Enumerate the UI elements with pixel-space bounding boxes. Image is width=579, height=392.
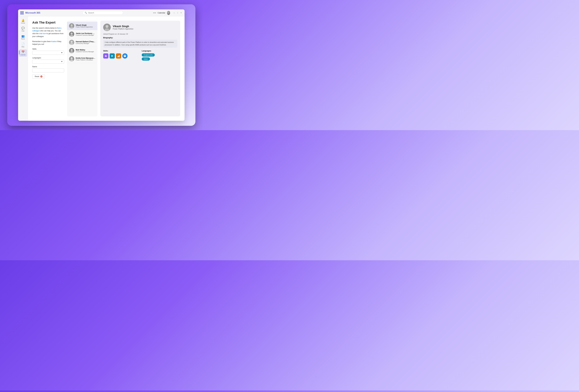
person-item[interactable]: Emilie Kvist Bjergvang (S... Power Platf… bbox=[67, 55, 97, 63]
power-bi-icon bbox=[117, 55, 120, 57]
app-title: Microsoft 365 bbox=[25, 11, 40, 14]
files-icon: 📄 bbox=[21, 43, 25, 46]
sidebar-item-files[interactable]: 📄 Files bbox=[19, 41, 27, 49]
avatar-svg-ek bbox=[69, 56, 74, 61]
person-item[interactable]: Jamie Lee Dunleavy Sam... Customer Succe… bbox=[67, 30, 97, 38]
svg-point-13 bbox=[71, 57, 73, 59]
activity-icon: 🔔 bbox=[21, 19, 25, 22]
sidebar-item-chat[interactable]: 💬 Chat bbox=[19, 25, 27, 33]
desc-text-1: Use the search criteria below to bbox=[32, 27, 57, 29]
svg-point-16 bbox=[106, 25, 108, 28]
person-info-jl: Jamie Lee Dunleavy Sam... Customer Succe… bbox=[76, 32, 95, 36]
title-bar-center: 🔍 bbox=[52, 11, 153, 15]
skills-languages: Skills: bbox=[103, 50, 177, 61]
avatar-image bbox=[167, 11, 170, 15]
waffle-dot bbox=[22, 14, 22, 14]
waffle-dot bbox=[23, 11, 24, 12]
profile-role: Power Platform Apprentice bbox=[113, 28, 133, 30]
svg-point-4 bbox=[71, 33, 73, 35]
kudos-text-1: Remember to give them bbox=[32, 41, 51, 43]
power-apps-icon bbox=[104, 55, 107, 57]
power-automate-icon bbox=[111, 55, 114, 57]
svg-rect-19 bbox=[118, 56, 118, 57]
person-info-ek: Emilie Kvist Bjergvang (S... Power Platf… bbox=[76, 57, 95, 61]
window-controls: — □ ✕ bbox=[173, 12, 182, 14]
person-item[interactable]: Hannah Ballard (They/T... Community Mana… bbox=[67, 38, 97, 47]
dot bbox=[153, 13, 154, 13]
close-button[interactable]: ✕ bbox=[180, 12, 182, 14]
dots-menu[interactable] bbox=[153, 13, 156, 13]
person-info-hb: Hannah Ballard (They/T... Community Mana… bbox=[76, 41, 95, 44]
chat-icon-link[interactable]: chat icon bbox=[39, 33, 46, 35]
sidebar-label-calendar: Calendar bbox=[20, 54, 26, 56]
person-name-mw: Matt Walley bbox=[76, 49, 95, 51]
skill-badge-azure bbox=[122, 53, 128, 58]
name-input[interactable] bbox=[32, 68, 64, 72]
chat-icon: 💬 bbox=[21, 27, 25, 30]
dot bbox=[155, 13, 156, 13]
language-badges: English (UK) Italian bbox=[142, 53, 177, 61]
avatar-svg-hb bbox=[69, 40, 74, 45]
language-badge-english[interactable]: English (UK) bbox=[142, 53, 155, 56]
avatar-svg-vs bbox=[69, 23, 74, 28]
waffle-dot bbox=[23, 12, 24, 13]
person-name-vs: Vikash Singh bbox=[76, 24, 95, 26]
joined-date: Joined Program on: 16 January '24 bbox=[103, 33, 177, 35]
reset-icon: ✕ bbox=[40, 75, 42, 77]
profile-header: Vikash Singh Power Platform Apprentice bbox=[103, 24, 177, 31]
sidebar-item-calendar[interactable]: 📅 Calendar bbox=[19, 49, 27, 57]
kudos-link[interactable]: Kudos bbox=[51, 41, 56, 43]
person-avatar-hb bbox=[69, 40, 74, 45]
sidebar-label-teams: Teams bbox=[21, 38, 25, 40]
skills-form-group: Skills: bbox=[32, 48, 64, 55]
languages-select[interactable] bbox=[32, 59, 64, 64]
sidebar-label-files: Files bbox=[22, 46, 24, 48]
minimize-button[interactable]: — bbox=[173, 12, 175, 14]
skills-select[interactable] bbox=[32, 51, 64, 55]
person-role-jl: Customer Success Manager bbox=[76, 34, 95, 36]
dot bbox=[154, 13, 155, 13]
sidebar-item-activity[interactable]: 🔔 Activity bbox=[19, 17, 27, 25]
device-frame: Microsoft 365 🔍 Calendar bbox=[7, 4, 195, 126]
person-item[interactable]: Vikash Singh Power Platform Apprentice bbox=[67, 22, 97, 30]
waffle-dot bbox=[20, 11, 21, 12]
people-list-panel: Vikash Singh Power Platform Apprentice bbox=[67, 21, 97, 116]
profile-name-info: Vikash Singh Power Platform Apprentice bbox=[113, 25, 133, 30]
form-panel: Ask The Expert Use the search criteria b… bbox=[32, 21, 64, 116]
skill-badges bbox=[103, 53, 139, 58]
title-bar: Microsoft 365 🔍 Calendar bbox=[18, 9, 185, 16]
profile-name: Vikash Singh bbox=[113, 25, 133, 28]
person-info-mw: Matt Walley Customer Success Manager bbox=[76, 49, 95, 53]
skills-section: Skills: bbox=[103, 50, 139, 61]
waffle-dot bbox=[20, 14, 21, 14]
title-bar-right: Calendar — □ ✕ bbox=[153, 11, 182, 15]
user-avatar[interactable] bbox=[167, 11, 170, 15]
waffle-icon[interactable] bbox=[20, 11, 24, 14]
person-avatar-jl bbox=[69, 32, 74, 37]
person-role-ek: Power Platform Consultant bbox=[76, 59, 95, 61]
sidebar-item-teams[interactable]: 👥 Teams bbox=[19, 33, 27, 41]
reset-button[interactable]: Reset ✕ bbox=[32, 74, 45, 78]
kudos-description: Remember to give them Kudos if they help… bbox=[32, 40, 64, 46]
language-badge-italian[interactable]: Italian bbox=[142, 57, 150, 60]
person-name-jl: Jamie Lee Dunleavy Sam... bbox=[76, 32, 95, 34]
profile-avatar-inner bbox=[103, 24, 111, 31]
profile-avatar-svg bbox=[103, 24, 111, 31]
maximize-button[interactable]: □ bbox=[176, 12, 179, 14]
svg-rect-21 bbox=[119, 55, 120, 57]
svg-marker-18 bbox=[111, 55, 113, 57]
languages-section-title: Languages: bbox=[142, 50, 177, 52]
person-name-ek: Emilie Kvist Bjergvang (S... bbox=[76, 57, 95, 59]
search-input[interactable] bbox=[88, 12, 121, 14]
waffle-dot bbox=[22, 11, 22, 12]
person-item[interactable]: Matt Walley Customer Success Manager bbox=[67, 47, 97, 55]
svg-point-7 bbox=[71, 41, 73, 43]
skills-section-title: Skills: bbox=[103, 50, 139, 52]
avatar-svg-jl bbox=[69, 32, 74, 37]
content-area: Ask The Expert Use the search criteria b… bbox=[28, 16, 185, 121]
azure-icon bbox=[124, 55, 126, 57]
page-heading: Ask The Expert bbox=[32, 21, 64, 24]
person-role-mw: Customer Success Manager bbox=[76, 51, 95, 53]
biography-text: I help configure different parts of the … bbox=[103, 40, 177, 48]
search-box[interactable]: 🔍 bbox=[82, 11, 123, 15]
